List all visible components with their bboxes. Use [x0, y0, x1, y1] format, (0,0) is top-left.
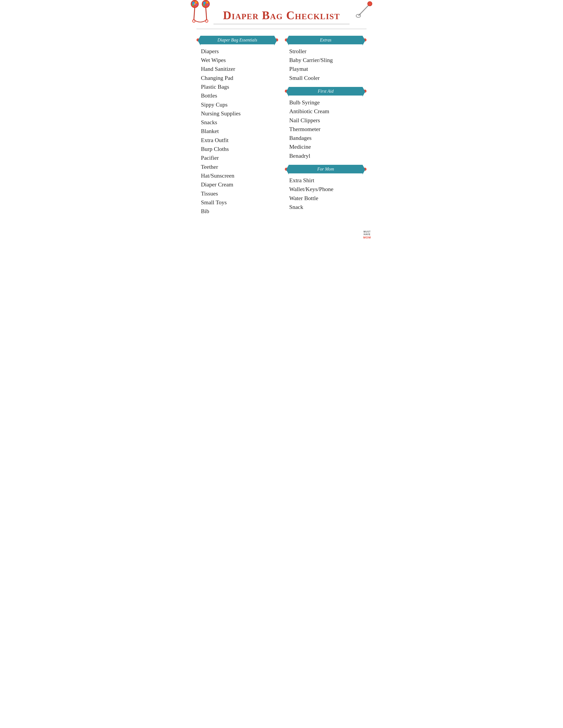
svg-point-10 [203, 4, 205, 6]
list-item: Bottles [201, 91, 278, 100]
list-item: Playmat [289, 65, 367, 73]
list-item: Extra Shirt [289, 176, 367, 185]
left-column: Diaper Bag Essentials DiapersWet WipesHa… [196, 36, 278, 220]
list-item: Diaper Cream [201, 180, 278, 189]
essentials-banner: Diaper Bag Essentials [196, 36, 278, 44]
list-item: Blanket [201, 127, 278, 136]
svg-point-8 [206, 1, 208, 4]
list-item: Snacks [201, 118, 278, 127]
firstaid-label: First Aid [289, 87, 363, 96]
svg-point-14 [194, 3, 195, 5]
svg-point-9 [207, 4, 208, 6]
page-header: Diaper Bag Checklist [196, 7, 367, 29]
firstaid-banner: First Aid [285, 87, 367, 96]
list-item: Thermometer [289, 125, 367, 134]
list-item: Changing Pad [201, 74, 278, 83]
list-item: Baby Carrier/Sling [289, 56, 367, 65]
list-item: Sippy Cups [201, 100, 278, 109]
list-item: Medicine [289, 143, 367, 151]
list-item: Pacifier [201, 154, 278, 162]
list-item: Hand Sanitizer [201, 65, 278, 73]
list-item: Snack [289, 203, 367, 212]
list-item: Benadryl [289, 152, 367, 160]
list-item: Small Toys [201, 198, 278, 207]
svg-line-5 [194, 8, 195, 20]
svg-point-16 [368, 2, 372, 6]
list-item: Extra Outfit [201, 136, 278, 145]
list-item: Nursing Supplies [201, 109, 278, 118]
formom-banner: For Mom [285, 165, 367, 173]
essentials-label: Diaper Bag Essentials [200, 36, 274, 44]
page-title: Diaper Bag Checklist [196, 9, 367, 22]
logo-line1: MUST [363, 231, 371, 233]
svg-point-2 [195, 1, 197, 4]
essentials-list: DiapersWet WipesHand SanitizerChanging P… [196, 47, 278, 216]
list-item: Hat/Sunscreen [201, 171, 278, 180]
list-item: Teether [201, 163, 278, 171]
formom-list: Extra ShirtWallet/Keys/PhoneWater Bottle… [285, 176, 367, 212]
list-item: Plastic Bags [201, 83, 278, 91]
list-item: Small Cooler [289, 74, 367, 83]
extras-label: Extras [289, 36, 363, 44]
list-item: Antibiotic Cream [289, 107, 367, 116]
extras-banner: Extras [285, 36, 367, 44]
list-item: Burp Cloths [201, 145, 278, 154]
list-item: Stroller [289, 47, 367, 56]
firstaid-list: Bulb SyringeAntibiotic CreamNail Clipper… [285, 98, 367, 160]
list-item: Wet Wipes [201, 56, 278, 65]
formom-label: For Mom [289, 165, 363, 173]
list-item: Tissues [201, 189, 278, 198]
svg-point-3 [195, 4, 197, 6]
list-item: Wallet/Keys/Phone [289, 185, 367, 194]
content-columns: Diaper Bag Essentials DiapersWet WipesHa… [196, 36, 367, 220]
list-item: Nail Clippers [289, 116, 367, 125]
svg-point-7 [203, 2, 206, 4]
list-item: Water Bottle [289, 194, 367, 203]
logo-line3: MOM [363, 236, 371, 239]
list-item: Diapers [201, 47, 278, 56]
list-item: Bulb Syringe [289, 98, 367, 107]
site-logo: MUST HAVE MOM [363, 231, 371, 239]
logo-line2: HAVE [363, 233, 371, 236]
right-column: Extras StrollerBaby Carrier/SlingPlaymat… [285, 36, 367, 216]
list-item: Bandages [289, 134, 367, 143]
list-item: Bib [201, 207, 278, 216]
svg-point-4 [192, 4, 194, 6]
extras-list: StrollerBaby Carrier/SlingPlaymatSmall C… [285, 47, 367, 83]
header-divider [213, 24, 350, 24]
